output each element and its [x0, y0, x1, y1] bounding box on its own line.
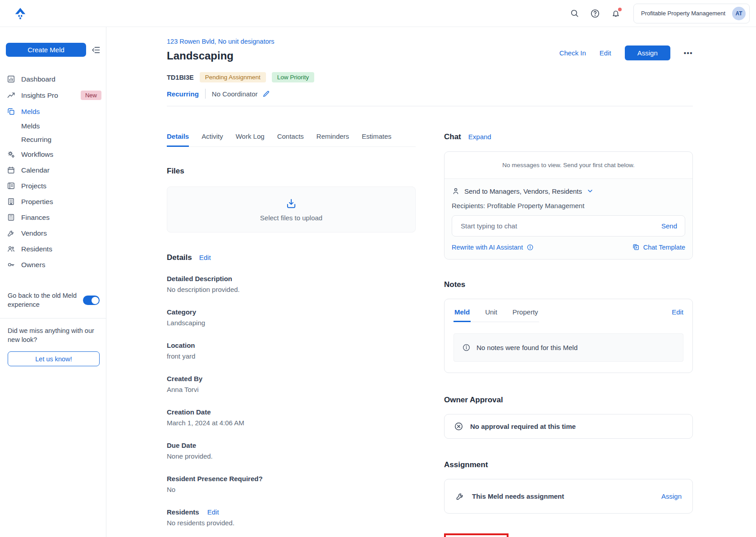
field-creation-date: Creation Date March 1, 2024 at 4:06 AM	[167, 408, 416, 427]
files-heading: Files	[167, 167, 416, 176]
notification-bell-icon[interactable]	[611, 9, 621, 18]
divider	[167, 106, 693, 106]
field-value: No residents provided.	[167, 519, 416, 527]
field-value: None provided.	[167, 452, 416, 460]
account-switcher[interactable]: Profitable Property Management AT	[633, 4, 750, 23]
property-meld-logo-icon[interactable]	[14, 7, 27, 20]
field-due-date: Due Date None provided.	[167, 441, 416, 460]
projects-icon	[7, 182, 15, 190]
sidebar-item-label: Properties	[21, 198, 53, 206]
avatar[interactable]: AT	[732, 7, 746, 20]
sidebar-item-projects[interactable]: Projects	[0, 178, 106, 194]
field-residents: Residents Edit No residents provided.	[167, 508, 416, 527]
sidebar-footer: Go back to the old Meld experience Did w…	[0, 291, 106, 366]
field-value: No	[167, 486, 416, 493]
sidebar-item-melds[interactable]: Melds	[0, 104, 106, 119]
tab-activity[interactable]: Activity	[202, 132, 223, 147]
sidebar-item-properties[interactable]: Properties	[0, 194, 106, 209]
field-value: March 1, 2024 at 4:06 AM	[167, 419, 416, 427]
chat-input[interactable]	[460, 222, 661, 230]
sidebar-subitem-recurring[interactable]: Recurring	[0, 133, 106, 146]
sidebar: Create Meld Dashboard	[0, 27, 106, 537]
field-label: Created By	[167, 375, 416, 382]
edit-button[interactable]: Edit	[600, 49, 611, 57]
tab-reminders[interactable]: Reminders	[316, 132, 349, 147]
sidebar-item-insights-pro[interactable]: Insights Pro New	[0, 87, 106, 104]
notes-tabs: Meld Unit Property	[454, 308, 539, 322]
insights-icon	[7, 91, 15, 100]
assignment-assign-link[interactable]: Assign	[661, 492, 682, 500]
recurring-link[interactable]: Recurring	[167, 90, 199, 98]
search-icon[interactable]	[570, 9, 579, 18]
red-annotation-box: Nearby Melds	[444, 533, 509, 537]
sidebar-item-label: Owners	[21, 261, 45, 269]
chat-empty-message: No messages to view. Send your first cha…	[444, 152, 692, 179]
info-icon	[527, 244, 534, 251]
notes-tab-meld[interactable]: Meld	[454, 308, 471, 322]
sidebar-item-workflows[interactable]: Workflows	[0, 146, 106, 162]
meld-tabs: Details Activity Work Log Contacts Remin…	[167, 132, 416, 147]
topbar: Profitable Property Management AT	[0, 0, 756, 27]
field-label: Due Date	[167, 441, 416, 449]
chat-card: No messages to view. Send your first cha…	[444, 151, 693, 259]
chat-expand-link[interactable]: Expand	[468, 133, 491, 141]
field-resident-presence: Resident Presence Required? No	[167, 475, 416, 493]
send-to-label: Send to Managers, Vendors, Residents	[464, 187, 582, 195]
field-label: Category	[167, 308, 416, 316]
sidebar-item-calendar[interactable]: Calendar	[0, 162, 106, 178]
owner-approval-message: No approval required at this time	[470, 423, 576, 430]
rewrite-ai-link[interactable]: Rewrite with AI Assistant	[452, 244, 534, 251]
create-meld-button[interactable]: Create Meld	[6, 43, 86, 57]
upload-icon	[285, 198, 297, 209]
tab-estimates[interactable]: Estimates	[362, 132, 391, 147]
residents-edit-link[interactable]: Edit	[207, 508, 219, 516]
field-value: Landscaping	[167, 319, 416, 327]
sidebar-item-residents[interactable]: Residents	[0, 241, 106, 257]
help-icon[interactable]	[590, 9, 600, 18]
sidebar-item-vendors[interactable]: Vendors	[0, 225, 106, 241]
send-to-selector[interactable]: Send to Managers, Vendors, Residents	[452, 187, 685, 195]
meld-header: 123 Rowen Bvld, No unit designators Land…	[167, 37, 693, 106]
send-button[interactable]: Send	[661, 222, 677, 230]
pencil-edit-icon[interactable]	[262, 90, 270, 98]
owner-approval-heading: Owner Approval	[444, 396, 693, 405]
field-value: No description provided.	[167, 286, 416, 293]
tab-work-log[interactable]: Work Log	[236, 132, 265, 147]
breadcrumb[interactable]: 123 Rowen Bvld, No unit designators	[167, 38, 275, 45]
feedback-question: Did we miss anything with our new look?	[8, 327, 100, 344]
assignment-message: This Meld needs assignment	[472, 492, 654, 500]
assign-button[interactable]: Assign	[625, 46, 670, 60]
sidebar-item-label: Residents	[21, 245, 52, 253]
chat-template-button[interactable]: Chat Template	[632, 243, 685, 251]
sidebar-item-dashboard[interactable]: Dashboard	[0, 71, 106, 87]
chat-input-container: Send	[452, 215, 685, 237]
sidebar-subitem-melds[interactable]: Melds	[0, 119, 106, 133]
field-detailed-description: Detailed Description No description prov…	[167, 275, 416, 293]
sidebar-item-owners[interactable]: Owners	[0, 257, 106, 273]
left-column: Details Activity Work Log Contacts Remin…	[167, 132, 416, 537]
notes-tab-unit[interactable]: Unit	[484, 308, 498, 322]
upload-label: Select files to upload	[260, 214, 322, 222]
old-experience-toggle-label: Go back to the old Meld experience	[8, 291, 78, 309]
details-edit-link[interactable]: Edit	[199, 254, 211, 261]
old-experience-toggle[interactable]	[83, 296, 100, 305]
notes-tab-property[interactable]: Property	[512, 308, 539, 322]
topbar-actions: Profitable Property Management AT	[570, 4, 750, 23]
sidebar-item-finances[interactable]: Finances	[0, 209, 106, 225]
collapse-sidebar-icon[interactable]	[92, 46, 101, 55]
more-options-button[interactable]: •••	[684, 49, 693, 57]
chat-heading: Chat	[444, 132, 461, 141]
let-us-know-button[interactable]: Let us know!	[8, 351, 100, 366]
wrench-icon	[7, 229, 15, 237]
notes-edit-link[interactable]: Edit	[672, 308, 683, 316]
tab-details[interactable]: Details	[167, 132, 189, 147]
assignment-heading: Assignment	[444, 460, 693, 469]
file-upload-dropzone[interactable]: Select files to upload	[167, 187, 416, 232]
building-icon	[7, 197, 15, 206]
tab-contacts[interactable]: Contacts	[277, 132, 304, 147]
sidebar-item-label: Dashboard	[21, 75, 55, 83]
sidebar-item-label: Vendors	[21, 229, 47, 237]
person-icon	[452, 187, 460, 195]
check-in-button[interactable]: Check In	[559, 49, 586, 57]
field-location: Location front yard	[167, 341, 416, 360]
